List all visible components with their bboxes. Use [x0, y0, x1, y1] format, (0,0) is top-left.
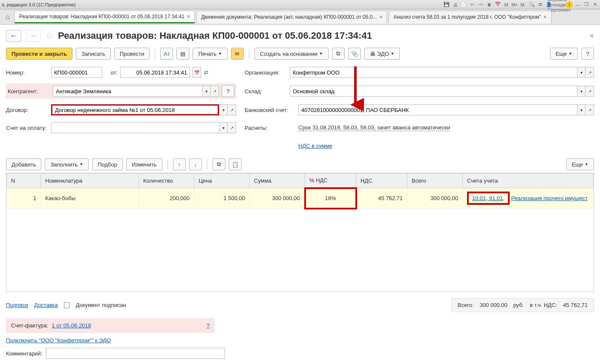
- col-acc[interactable]: Счета учета: [463, 174, 594, 188]
- open-icon[interactable]: ↗: [586, 67, 594, 78]
- post-button[interactable]: Провести: [114, 48, 150, 60]
- minimize-icon[interactable]: —: [574, 1, 581, 8]
- m-icon[interactable]: M: [503, 1, 510, 8]
- col-vatp[interactable]: % НДС: [305, 174, 356, 188]
- col-price[interactable]: Цена: [194, 174, 250, 188]
- accounts-tail[interactable]: Реализация прочего имущест: [511, 195, 588, 201]
- info-icon[interactable]: i: [566, 1, 573, 8]
- cell-vat[interactable]: 45 762,71: [356, 188, 407, 209]
- tab-analysis[interactable]: Анализ счета 58.03 за 1 полугодие 2018 г…: [389, 11, 551, 23]
- save-button[interactable]: Записать: [76, 48, 111, 60]
- windows-icon[interactable]: ⧉: [537, 1, 544, 8]
- maximize-icon[interactable]: ❐: [583, 1, 590, 8]
- dropdown-icon[interactable]: ▾: [577, 67, 586, 78]
- structure-icon[interactable]: ▤: [176, 48, 189, 60]
- cell-total[interactable]: 300 000,00: [407, 188, 463, 209]
- print-button[interactable]: Печать▼: [193, 48, 228, 60]
- cell-accounts[interactable]: 10.01, 91.01, Реализация прочего имущест: [463, 188, 594, 209]
- back-button[interactable]: ←: [6, 30, 21, 42]
- vat-mode-link[interactable]: НДС в сумме: [298, 143, 332, 149]
- attach-icon[interactable]: Aт: [160, 48, 173, 60]
- calculations-link[interactable]: Срок 31.08.2018, 58.03, 58.03, зачет ава…: [298, 124, 450, 131]
- table-more-button[interactable]: Еще ▼: [566, 158, 594, 170]
- dropdown-icon[interactable]: ▾: [577, 104, 586, 115]
- dropdown-icon[interactable]: ▾: [577, 86, 586, 97]
- col-total[interactable]: Всего: [407, 174, 463, 188]
- move-up-icon[interactable]: ↑: [173, 158, 186, 170]
- create-based-button[interactable]: Создать на основании▼: [254, 48, 329, 60]
- tab-close-icon[interactable]: ×: [544, 14, 547, 20]
- change-button[interactable]: Изменить: [126, 158, 162, 170]
- cell-price[interactable]: 1 500,00: [194, 188, 250, 209]
- cell-n[interactable]: 1: [7, 188, 41, 209]
- cell-nom[interactable]: Какао-бобы: [41, 188, 139, 209]
- calendar-icon[interactable]: 📅: [193, 67, 201, 78]
- nav-prev-icon[interactable]: ⇦: [469, 1, 476, 8]
- signatures-link[interactable]: Подписи: [6, 302, 28, 308]
- open-icon[interactable]: ↗: [228, 104, 236, 115]
- user-name[interactable]: Абрамов Геннадий Сергеевич: [556, 1, 562, 8]
- fill-button[interactable]: Заполнить ▼: [45, 158, 89, 170]
- tab-close-icon[interactable]: ×: [379, 14, 382, 20]
- col-nom[interactable]: Номенклатура: [41, 174, 139, 188]
- print-icon[interactable]: 🖨: [452, 1, 459, 8]
- delivery-link[interactable]: Доставка: [34, 302, 58, 308]
- cell-qty[interactable]: 200,000: [139, 188, 194, 209]
- dropdown-icon[interactable]: ▾: [219, 104, 228, 115]
- open-icon[interactable]: ↗: [228, 122, 236, 133]
- open-icon[interactable]: ↗: [586, 86, 594, 97]
- table-row[interactable]: 1 Какао-бобы 200,000 1 500,00 300 000,00…: [7, 188, 594, 209]
- m-plus-icon[interactable]: M+: [511, 1, 518, 8]
- copy-icon[interactable]: ⧉: [213, 158, 225, 170]
- nav-next-icon[interactable]: ⇨: [477, 1, 484, 8]
- col-sum[interactable]: Сумма: [250, 174, 305, 188]
- comment-input[interactable]: [46, 348, 225, 359]
- accounts-link[interactable]: 10.01, 91.01,: [467, 192, 510, 205]
- bank-input[interactable]: [298, 104, 577, 115]
- favorite-icon[interactable]: ☆: [45, 30, 54, 41]
- tab-document[interactable]: Реализация товаров: Накладная КП00-00000…: [14, 11, 195, 23]
- open-icon[interactable]: ↗: [211, 86, 219, 97]
- invoice-link[interactable]: 1 от 05.06.2018: [52, 322, 91, 329]
- move-down-icon[interactable]: ↓: [189, 158, 202, 170]
- cell-vat-percent[interactable]: 18%: [305, 188, 356, 209]
- counterparty-input[interactable]: [53, 86, 202, 97]
- paste-icon[interactable]: 📋: [229, 158, 242, 170]
- clip-icon[interactable]: 📎: [348, 48, 361, 60]
- scan-icon[interactable]: 📄: [460, 1, 467, 8]
- cell-sum[interactable]: 300 000,00: [250, 188, 305, 209]
- page-close-icon[interactable]: ×: [589, 32, 594, 40]
- save-icon[interactable]: 💾: [443, 1, 450, 8]
- zoom-icon[interactable]: 🔍: [528, 1, 535, 8]
- doc-signed-checkbox[interactable]: [64, 302, 70, 308]
- add-row-button[interactable]: Добавить: [6, 158, 41, 170]
- counterparty-help[interactable]: ?: [222, 85, 234, 97]
- tab-movements[interactable]: Движения документа: Реализация (акт, нак…: [196, 11, 387, 23]
- post-close-button[interactable]: Провести и закрыть: [6, 48, 72, 60]
- mail-icon[interactable]: ✉: [231, 48, 244, 60]
- m-minus-icon[interactable]: M-: [520, 1, 527, 8]
- dropdown-icon[interactable]: ▾: [202, 86, 211, 97]
- date-input[interactable]: [120, 67, 190, 78]
- home-icon[interactable]: ⌂: [3, 12, 13, 22]
- col-qty[interactable]: Количество: [139, 174, 194, 188]
- calendar-icon[interactable]: 📅: [494, 1, 501, 8]
- forward-button[interactable]: →: [26, 30, 41, 42]
- number-input[interactable]: [51, 67, 102, 78]
- dropdown-icon[interactable]: ▾: [219, 122, 228, 133]
- org-input[interactable]: [290, 67, 577, 78]
- close-icon[interactable]: ✕: [591, 1, 598, 8]
- contract-input[interactable]: [51, 104, 219, 115]
- more-button[interactable]: Еще ▼: [550, 48, 578, 60]
- warehouse-input[interactable]: [290, 86, 577, 97]
- col-vat[interactable]: НДС: [356, 174, 407, 188]
- tab-close-icon[interactable]: ×: [187, 14, 190, 20]
- calc-icon[interactable]: 🖩: [486, 1, 493, 8]
- edo-button[interactable]: 🖶 ЭДО ▼: [364, 48, 400, 60]
- link-icon[interactable]: ⧉: [332, 48, 345, 60]
- connect-edo-link[interactable]: Подключить "ООО "Конфетпром"" к ЭДО: [6, 337, 111, 344]
- pay-input[interactable]: [51, 122, 219, 133]
- help-button[interactable]: ?: [581, 48, 594, 60]
- open-icon[interactable]: ↗: [586, 104, 594, 115]
- col-n[interactable]: N: [7, 174, 41, 188]
